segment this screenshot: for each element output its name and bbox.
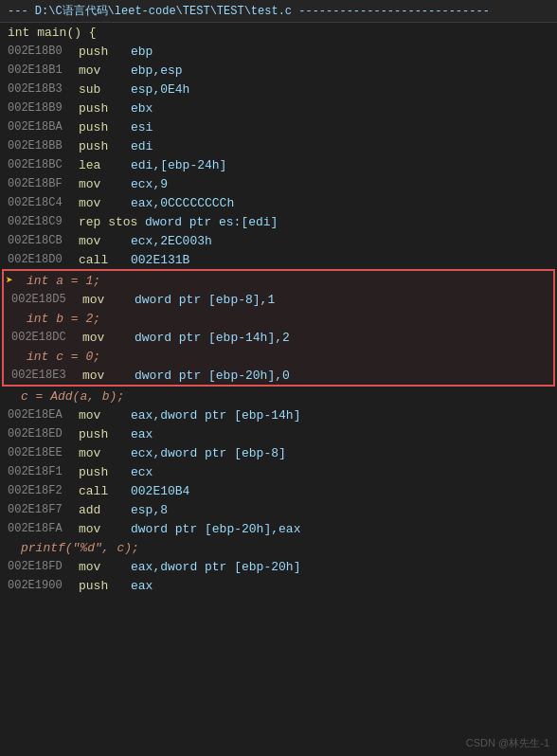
source-line-b: int b = 2; [4, 309, 553, 328]
code-line: 002E18BC lea edi,[ebp-24h] [0, 155, 557, 174]
code-line: 002E18F7 add esp,8 [0, 500, 557, 519]
code-line: 002E18FD mov eax,dword ptr [ebp-20h] [0, 557, 557, 576]
asm-line-dc: 002E18DC mov dword ptr [ebp-14h],2 [4, 328, 553, 347]
code-line: 002E18B3 sub esp,0E4h [0, 80, 557, 99]
source-line-c: int c = 0; [4, 347, 553, 366]
source-line-add: c = Add(a, b); [0, 387, 557, 405]
code-line: 002E18C4 mov eax,0CCCCCCCCh [0, 193, 557, 212]
post-highlight-lines: c = Add(a, b); 002E18EA mov eax,dword pt… [0, 387, 557, 595]
code-line: 002E18BA push esi [0, 117, 557, 136]
pre-highlight-lines: 002E18B0 push ebp 002E18B1 mov ebp,esp 0… [0, 42, 557, 269]
watermark: CSDN @林先生-1 [466, 736, 549, 750]
code-line: 002E18BF mov ecx,9 [0, 174, 557, 193]
source-text: int b = 2; [11, 312, 100, 326]
code-line: 002E18C9 rep stos dword ptr es:[edi] [0, 212, 557, 231]
code-line: 002E18F2 call 002E10B4 [0, 481, 557, 500]
code-line: 002E18F1 push ecx [0, 462, 557, 481]
asm-line-e3: 002E18E3 mov dword ptr [ebp-20h],0 [4, 366, 553, 385]
file-header: --- D:\C语言代码\leet-code\TEST\TEST\test.c … [0, 0, 557, 23]
code-line: 002E18CB mov ecx,2EC003h [0, 231, 557, 250]
code-line: 002E18B9 push ebx [0, 99, 557, 117]
header-text: --- D:\C语言代码\leet-code\TEST\TEST\test.c … [8, 5, 490, 18]
source-line-a: ➤ int a = 1; [4, 271, 553, 290]
code-line: 002E18D0 call 002E131B [0, 250, 557, 269]
highlighted-region: ➤ int a = 1; 002E18D5 mov dword ptr [ebp… [2, 269, 555, 387]
source-text: int c = 0; [11, 350, 100, 364]
arrow-indicator: ➤ [6, 273, 13, 288]
code-line: 002E18EE mov ecx,dword ptr [ebp-8] [0, 443, 557, 462]
code-container: --- D:\C语言代码\leet-code\TEST\TEST\test.c … [0, 0, 557, 756]
source-text: int a = 1; [11, 274, 100, 288]
func-name: int main() { [8, 26, 97, 40]
code-line: 002E18BB push edi [0, 136, 557, 155]
code-line: 002E18B0 push ebp [0, 42, 557, 61]
function-header: int main() { [0, 23, 557, 42]
code-line: 002E1900 push eax [0, 576, 557, 595]
code-line: 002E18EA mov eax,dword ptr [ebp-14h] [0, 405, 557, 424]
code-line: 002E18B1 mov ebp,esp [0, 61, 557, 80]
source-line-printf: printf("%d", c); [0, 538, 557, 557]
code-line: 002E18ED push eax [0, 424, 557, 443]
asm-line-d5: 002E18D5 mov dword ptr [ebp-8],1 [4, 290, 553, 309]
code-line: 002E18FA mov dword ptr [ebp-20h],eax [0, 519, 557, 538]
